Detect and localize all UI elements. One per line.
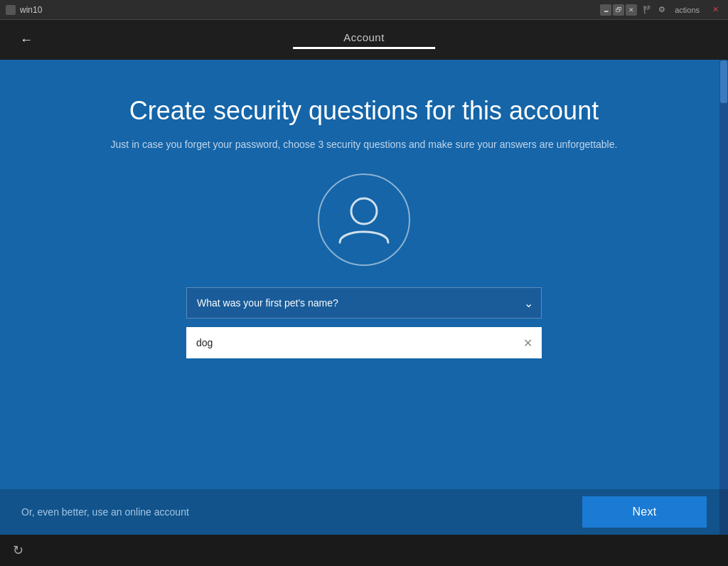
flag-icon: 🏴 <box>643 5 653 14</box>
title-bar-left: win10 <box>6 5 42 15</box>
title-bar-right: 🗕 🗗 ✕ 🏴 ⚙ actions ✕ <box>600 4 722 16</box>
title-bar: win10 🗕 🗗 ✕ 🏴 ⚙ actions ✕ <box>0 0 728 20</box>
minimize-button[interactable]: 🗕 <box>600 4 611 16</box>
back-button[interactable]: ← <box>14 30 38 50</box>
answer-input[interactable] <box>186 327 542 358</box>
clear-input-button[interactable]: ✕ <box>520 336 535 350</box>
app-icon <box>6 5 16 15</box>
account-tab: Account <box>343 31 385 49</box>
header-section: Create security questions for this accou… <box>54 95 675 152</box>
svg-point-0 <box>351 198 377 224</box>
account-tab-label: Account <box>343 31 385 43</box>
answer-input-wrapper: ✕ <box>186 327 542 358</box>
restore-button[interactable]: 🗗 <box>613 4 624 16</box>
taskbar-refresh-icon[interactable]: ↻ <box>7 540 29 561</box>
bottom-bar: Or, even better, use an online account N… <box>0 489 728 535</box>
scrollbar-thumb[interactable] <box>720 60 727 103</box>
taskbar: ↻ <box>0 535 728 566</box>
security-form: What was your first pet's name? What is … <box>186 287 542 358</box>
user-avatar-icon <box>336 191 392 248</box>
online-account-link[interactable]: Or, even better, use an online account <box>21 506 189 518</box>
tab-underline <box>293 47 435 49</box>
window-controls: 🗕 🗗 ✕ <box>600 4 637 16</box>
gear-icon: ⚙ <box>658 5 665 14</box>
close-button[interactable]: ✕ <box>626 4 637 16</box>
nav-bar: ← Account <box>0 20 728 60</box>
next-button[interactable]: Next <box>582 496 707 528</box>
title-bar-title: win10 <box>20 5 42 15</box>
user-avatar-circle <box>318 173 410 266</box>
scrollbar[interactable] <box>719 60 728 535</box>
security-question-select[interactable]: What was your first pet's name? What is … <box>186 287 542 319</box>
page-subtitle: Just in case you forget your password, c… <box>111 137 618 152</box>
actions-button[interactable]: actions <box>671 4 703 16</box>
page-title: Create security questions for this accou… <box>111 95 618 126</box>
main-content: Create security questions for this accou… <box>0 60 728 535</box>
question-dropdown-wrapper: What was your first pet's name? What is … <box>186 287 542 319</box>
close-x-button[interactable]: ✕ <box>709 4 722 16</box>
